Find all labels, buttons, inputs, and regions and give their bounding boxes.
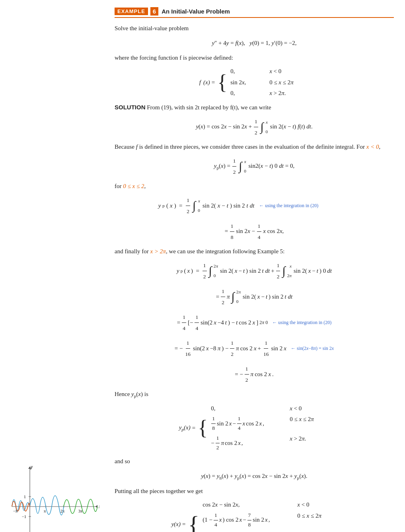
intro-text: Solve the initial-value problem [115,23,394,33]
piecewise-cases: 0, x < 0 sin 2x, 0 ≤ x ≤ 2π 0, x > 2π. [230,66,309,99]
graph-svg: x y 1 −1 −π π 2π 3π [8,465,99,532]
case3-note1: ← using the integration in (20) [272,318,331,327]
int-limits-3b: x 2π [287,262,292,280]
half-frac: 1 2 [254,116,258,138]
yx-piecewise: y(x) = { cos 2x − sin 2x, x < 0 (1 − 14 … [115,500,394,532]
svg-text:−1: −1 [22,515,26,519]
left-brace: { [217,72,227,93]
sixteenth-frac: 1 16 [184,338,191,359]
yx-brace: { [188,513,200,532]
svg-text:x: x [98,504,99,509]
int-3c: ∫ [232,291,235,303]
case2-cond-inline: 0 ≤ x ≤ 2 [123,183,144,189]
example-title: An Initial-Value Problem [162,8,230,15]
svg-text:1: 1 [24,495,26,499]
case3-line2: = 1 2 π ∫ 2π 0 sin 2(x−t) sin 2t dt [115,286,394,308]
case3-line4: = − 1 16 sin(2x−8π) − 1 2 πcos 2x + 1 16… [115,338,394,359]
eighth-frac: 1 8 [230,221,234,243]
integral-limits-case2: x 0 [198,196,200,215]
piecewise-f: f (x) = { 0, x < 0 sin 2x, 0 ≤ x ≤ 2π 0, [115,66,394,99]
case2-formula-line2: = 1 8 sin 2x − 1 4 x cos 2x, [115,221,394,243]
case3-line5: = − 1 2 πcos 2x. [115,363,394,385]
solution-intro: From (19), with sin 2t replaced by f(t),… [147,104,271,111]
integral-limits-main: x 0 [265,118,268,136]
because-text: Because f is defined in three pieces, we… [115,142,394,151]
half-frac-3b: 1 2 [276,260,280,282]
yx-case1-expr: cos 2x − sin 2x, [202,500,290,510]
and-finally-text: and finally for x > 2π, we can use the i… [115,247,394,256]
yx-cases: cos 2x − sin 2x, x < 0 (1 − 14 x) cos 2x… [202,500,337,532]
case3-note2: ← sin(2x−8π) = sin 2x [291,344,334,353]
putting-text: Putting all the pieces together we get [115,486,394,496]
where-text: where the forcing function f is piecewis… [115,53,394,62]
case2-cond: 0 ≤ x ≤ 2π [269,78,309,88]
example-label: EXAMPLE [115,8,148,15]
case3-cond: x > 2π. [269,88,309,99]
and-so: and so [115,456,394,466]
main-formula: y(x) = cos 2x − sin 2x + 1 2 ∫ x 0 sin 2… [115,116,394,138]
yx-row-2: (1 − 14 x) cos 2x − 78 sin 2x, 0 ≤ x ≤ 2… [202,511,337,530]
case1-cond-inline: x < 0 [366,144,379,150]
figure-container: x y 1 −1 −π π 2π 3π [8,465,99,532]
integral-limits-case1: x 0 [244,157,246,176]
case3-cond-inline: x > 2π [150,248,166,254]
yp-case3-cond: x > 2π. [290,434,329,452]
yp-piecewise: yp(x) = { 0, x < 0 18 sin 2x − 14 x cos … [115,404,394,452]
hence-text: Hence yp(x) is [115,389,394,400]
integral-sym-case2: ∫ [193,200,196,212]
half-frac-3e: 1 2 [245,363,249,385]
int-limits-3a: 2π 0 [214,262,218,280]
solution-label: SOLUTION [115,104,146,111]
example-header: EXAMPLE 6 An Initial-Value Problem [115,7,394,18]
quarter-frac-3: 1 4 [182,312,186,334]
piecewise-row-3: 0, x > 2π. [230,88,309,99]
yx-case2-cond: 0 ≤ x ≤ 2π [297,511,337,530]
case2-formula-line1: yp(x) = 1 2 ∫ x 0 sin 2(x − t) sin 2t dt… [115,195,394,217]
final-formula: y(x) = yh(x) + yp(x) = cos 2x − sin 2x +… [115,470,394,483]
ode-display: y″ + 4y = f(x), y(0) = 1, y′(0) = −2, [115,37,394,49]
half-frac-case1: 1 2 [232,155,237,177]
yp-case2-expr: 18 sin 2x − 14 x cos 2x, [211,414,282,433]
svg-text:π: π [44,509,46,513]
case3-expr: 0, [230,88,262,99]
yx-case3-expr: (1 − 12 π)cos 2x − sin 2x, [202,530,290,532]
yx-case2-expr: (1 − 14 x) cos 2x − 78 sin 2x, [202,511,290,530]
example-number: 6 [150,7,158,16]
half-pi-frac: 1 2 [221,286,225,308]
int-3b: ∫ [282,265,285,277]
svg-text:y: y [30,465,33,470]
yp-case3-expr: −12 π cos 2x, [211,434,282,452]
integral-sym-case1: ∫ [239,159,242,173]
yp-row-2: 18 sin 2x − 14 x cos 2x, 0 ≤ x ≤ 2π [211,414,329,433]
yp-brace: { [198,417,208,438]
piecewise-row-2: sin 2x, 0 ≤ x ≤ 2π [230,78,309,88]
yp-row-3: −12 π cos 2x, x > 2π. [211,434,329,452]
yp-case2-cond: 0 ≤ x ≤ 2π [290,414,329,433]
yx-case3-cond: x > 2π. [297,530,337,532]
case3-line1: yp(x) = 1 2 ∫ 2π 0 sin 2(x−t) sin 2t dt … [115,260,394,282]
integral-sym-main: ∫ [260,120,263,133]
quarter-frac-3b: 1 4 [195,312,199,334]
yp-case1-cond: x < 0 [290,404,329,414]
case2-expr: sin 2x, [230,78,262,88]
case1-cond: x < 0 [269,66,309,77]
int-3a: ∫ [209,265,212,277]
yx-row-3: (1 − 12 π)cos 2x − sin 2x, x > 2π. [202,530,337,532]
piecewise-row-1: 0, x < 0 [230,66,309,77]
quarter-frac: 1 4 [257,221,261,243]
for-label: for 0 ≤ x ≤ 2, [115,181,394,191]
yp-cases: 0, x < 0 18 sin 2x − 14 x cos 2x, 0 ≤ x … [211,404,329,452]
half-frac-case2: 1 2 [186,195,190,217]
case3-line3: = 1 4 [− 1 4 sin(2x−4t) − t cos 2x] 2π 0… [115,312,394,334]
int-limits-3c: 2π 0 [236,287,241,306]
case1-formula: yp(x) = 1 2 ∫ x 0 sin2(x − t) 0 dt = 0, [115,155,394,177]
solution-text: SOLUTION From (19), with sin 2t replaced… [115,103,394,112]
svg-text:3π: 3π [78,509,82,513]
half-frac-3a: 1 2 [202,260,207,282]
yp-row-1: 0, x < 0 [211,404,329,414]
half-frac-3d: 1 2 [230,338,234,359]
case2-note: ← using the integration in (20) [259,201,318,210]
yp-case1-expr: 0, [211,404,282,414]
yx-row-1: cos 2x − sin 2x, x < 0 [202,500,337,510]
case1-expr: 0, [230,66,262,77]
